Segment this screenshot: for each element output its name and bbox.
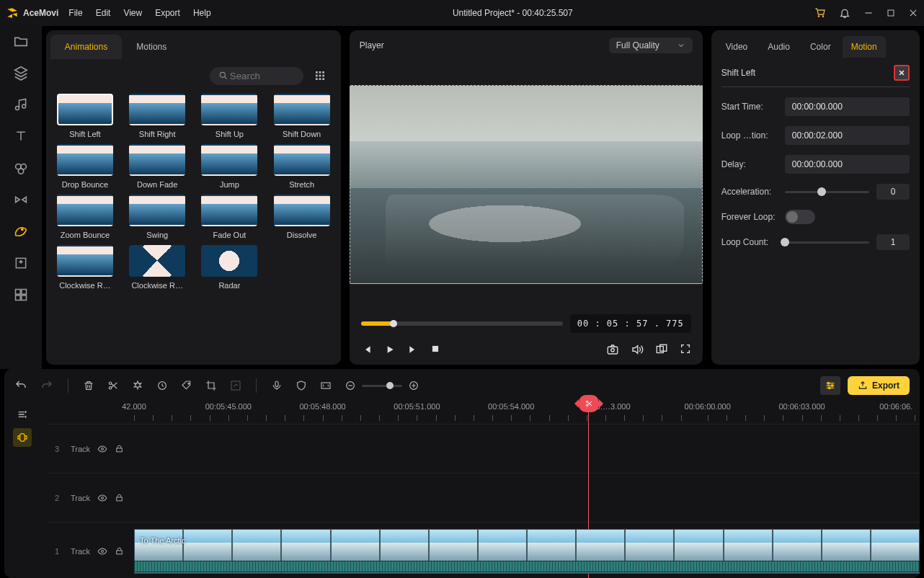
timeline-settings-icon[interactable] xyxy=(13,405,32,424)
start-time-input[interactable]: 00:00:00.000 xyxy=(785,97,910,116)
animation-card[interactable]: Stretch xyxy=(267,144,337,189)
rail-media-icon[interactable] xyxy=(13,33,29,49)
rail-export-icon[interactable] xyxy=(13,255,29,271)
prev-frame-icon[interactable] xyxy=(361,344,373,355)
play-icon[interactable] xyxy=(384,344,396,355)
grid-view-icon[interactable] xyxy=(311,66,329,85)
menu-view[interactable]: View xyxy=(123,8,142,18)
close-icon[interactable] xyxy=(908,8,918,18)
animation-card[interactable]: Drop Bounce xyxy=(50,144,120,189)
export-button[interactable]: Export xyxy=(848,376,910,395)
animation-card[interactable]: Zoom Bounce xyxy=(50,195,120,239)
animation-card[interactable]: Radar xyxy=(195,245,264,290)
animation-card[interactable]: Clockwise R… xyxy=(50,245,120,290)
crop-icon[interactable] xyxy=(205,380,217,391)
acceleration-slider[interactable] xyxy=(785,191,869,193)
animation-card[interactable]: Shift Down xyxy=(267,94,337,138)
rail-transitions-icon[interactable] xyxy=(13,192,29,208)
mic-icon[interactable] xyxy=(271,380,283,391)
quality-dropdown[interactable]: Full Quality xyxy=(609,37,693,53)
menu-file[interactable]: File xyxy=(68,8,82,18)
animation-label: Stretch xyxy=(289,180,314,189)
menu-edit[interactable]: Edit xyxy=(96,8,111,18)
eye-icon[interactable] xyxy=(97,444,107,454)
lock-icon[interactable] xyxy=(115,444,124,453)
delete-icon[interactable] xyxy=(83,380,94,391)
animation-card[interactable]: Jump xyxy=(195,144,264,189)
ruler-tick-label: 00:06:06. xyxy=(879,402,912,411)
adjust-icon[interactable] xyxy=(820,376,840,395)
undo-icon[interactable] xyxy=(14,379,27,392)
animation-card[interactable]: Shift Right xyxy=(123,94,192,138)
rail-templates-icon[interactable] xyxy=(13,287,29,303)
tab-motions[interactable]: Motions xyxy=(122,35,181,59)
stop-icon[interactable] xyxy=(430,344,440,355)
forever-loop-toggle[interactable] xyxy=(785,210,815,224)
animation-thumb xyxy=(57,245,113,277)
minimize-icon[interactable] xyxy=(863,8,874,18)
rail-text-icon[interactable] xyxy=(13,128,29,144)
menu-help[interactable]: Help xyxy=(193,8,211,18)
speed-icon[interactable] xyxy=(132,380,143,391)
snapshot-icon[interactable] xyxy=(606,343,619,356)
eye-icon[interactable] xyxy=(97,546,107,556)
acceleration-value[interactable]: 0 xyxy=(876,184,910,200)
search-box[interactable] xyxy=(210,67,303,85)
player-progress[interactable] xyxy=(361,321,563,326)
zoom-in-icon[interactable] xyxy=(408,380,419,391)
aspect-icon[interactable] xyxy=(320,380,332,391)
eye-icon[interactable] xyxy=(97,493,107,503)
volume-icon[interactable] xyxy=(631,343,644,356)
bell-icon[interactable] xyxy=(839,7,850,19)
loop-count-slider[interactable] xyxy=(785,241,869,244)
rail-animations-icon[interactable] xyxy=(13,223,29,239)
chevron-down-icon xyxy=(677,41,685,50)
track-lane[interactable]: To The Arctic xyxy=(134,525,920,578)
tag-icon[interactable] xyxy=(181,380,192,391)
zoom-slider[interactable] xyxy=(362,385,402,387)
cart-icon[interactable] xyxy=(814,7,826,19)
rail-elements-icon[interactable] xyxy=(13,160,29,176)
loop-duration-label: Loop …tion: xyxy=(721,130,778,141)
delay-input[interactable]: 00:00:00.000 xyxy=(785,155,910,174)
animation-card[interactable]: Dissolve xyxy=(267,195,337,239)
duration-icon[interactable] xyxy=(156,380,168,391)
audio-waveform[interactable] xyxy=(134,561,920,572)
maximize-icon[interactable] xyxy=(887,9,895,17)
itab-color[interactable]: Color xyxy=(801,36,840,58)
animation-card[interactable]: Down Fade xyxy=(123,144,192,189)
shield-icon[interactable] xyxy=(296,380,307,391)
remove-motion-button[interactable] xyxy=(894,65,910,81)
split-icon[interactable] xyxy=(107,380,119,391)
preview-frame[interactable] xyxy=(350,85,703,284)
animation-card[interactable]: Swing xyxy=(123,195,192,239)
loop-duration-input[interactable]: 00:00:02.000 xyxy=(785,126,910,145)
itab-video[interactable]: Video xyxy=(717,36,756,58)
loop-count-value[interactable]: 1 xyxy=(876,234,910,250)
redo-icon[interactable] xyxy=(40,379,53,392)
timeline-magnet-icon[interactable] xyxy=(13,428,32,447)
animation-card[interactable]: Shift Left xyxy=(50,94,120,138)
timeline-ruler[interactable]: 42.00000:05:45.00000:05:48.00000:05:51.0… xyxy=(134,402,920,424)
fullscreen-icon[interactable] xyxy=(680,343,691,356)
menu-export[interactable]: Export xyxy=(155,8,180,18)
next-frame-icon[interactable] xyxy=(407,344,419,355)
rail-layers-icon[interactable] xyxy=(13,65,29,81)
animation-card[interactable]: Clockwise R… xyxy=(123,245,192,290)
search-input[interactable] xyxy=(228,70,293,82)
zoom-out-icon[interactable] xyxy=(345,380,356,391)
animation-card[interactable]: Fade Out xyxy=(195,195,264,239)
track-row: 2Track xyxy=(48,473,920,522)
tab-animations[interactable]: Animations xyxy=(50,35,122,59)
edit-icon[interactable] xyxy=(230,380,241,391)
track-lane[interactable] xyxy=(134,424,920,473)
playhead-split-icon[interactable] xyxy=(579,395,599,412)
itab-audio[interactable]: Audio xyxy=(759,36,799,58)
itab-motion[interactable]: Motion xyxy=(843,36,886,58)
compare-icon[interactable] xyxy=(655,343,668,356)
lock-icon[interactable] xyxy=(115,546,124,556)
animation-card[interactable]: Shift Up xyxy=(195,94,264,138)
rail-audio-icon[interactable] xyxy=(13,97,29,112)
lock-icon[interactable] xyxy=(115,493,124,502)
track-lane[interactable] xyxy=(134,473,920,522)
